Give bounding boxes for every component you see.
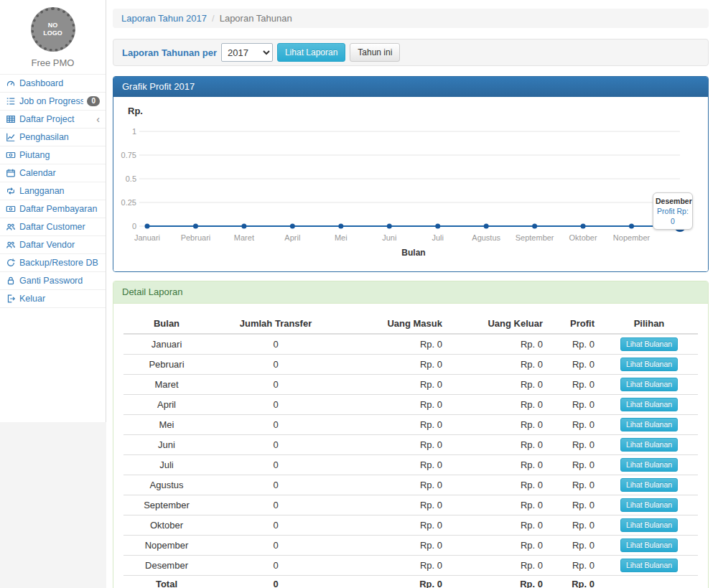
sidebar-item-daftar-customer[interactable]: Daftar Customer [0, 218, 106, 236]
view-monthly-button[interactable]: Lihat Bulanan [620, 398, 678, 411]
this-year-button[interactable]: Tahun ini [350, 43, 400, 62]
cell-masuk: Rp. 0 [342, 556, 448, 576]
profit-line-chart: Rp.10.750.50.250JanuariPebruariMaretApri… [119, 103, 702, 263]
cell-transfer: 0 [210, 475, 342, 495]
sidebar-item-label: Daftar Customer [19, 221, 100, 233]
cell-profit: Rp. 0 [549, 495, 600, 515]
view-monthly-button[interactable]: Lihat Bulanan [620, 438, 678, 452]
view-monthly-button[interactable]: Lihat Bulanan [620, 418, 678, 431]
year-select[interactable]: 2017 [221, 43, 273, 62]
view-monthly-button[interactable]: Lihat Bulanan [620, 458, 678, 472]
logo: NO LOGO Free PMO [0, 7, 106, 74]
sidebar-item-piutang[interactable]: Piutang [0, 146, 106, 164]
table-total-row: Total0Rp. 0Rp. 0Rp. 0 [123, 576, 698, 588]
sidebar-item-penghasilan[interactable]: Penghasilan [0, 129, 106, 146]
total-cell-profit: Rp. 0 [549, 576, 600, 588]
x-axis-title: Bulan [401, 248, 425, 258]
data-point-mei[interactable] [338, 224, 343, 229]
cell-transfer: 0 [210, 495, 342, 515]
cell-month: April [123, 395, 210, 415]
profit-chart-panel: Grafik Profit 2017 Rp.10.750.50.250Janua… [113, 76, 709, 272]
sidebar-item-label: Piutang [19, 149, 100, 161]
table-row: Januari0Rp. 0Rp. 0Rp. 0Lihat Bulanan [123, 334, 698, 355]
data-point-oktober[interactable] [581, 224, 586, 229]
users-icon [6, 240, 16, 250]
y-tick-label: 0.25 [121, 198, 136, 207]
cell-transfer: 0 [210, 435, 342, 455]
column-header-jumlah-transfer: Jumlah Transfer [210, 314, 342, 334]
data-point-september[interactable] [532, 224, 537, 229]
data-point-april[interactable] [290, 224, 295, 229]
cell-keluar: Rp. 0 [448, 415, 549, 435]
detail-panel-body: BulanJumlah TransferUang MasukUang Kelua… [113, 304, 708, 588]
sidebar-item-dashboard[interactable]: Dashboard [0, 75, 106, 93]
cell-keluar: Rp. 0 [448, 355, 549, 375]
view-monthly-button[interactable]: Lihat Bulanan [620, 518, 678, 532]
cell-masuk: Rp. 0 [342, 334, 448, 355]
view-monthly-button[interactable]: Lihat Bulanan [620, 498, 678, 512]
money-icon [6, 150, 16, 160]
sidebar-item-calendar[interactable]: Calendar [0, 164, 106, 182]
cell-profit: Rp. 0 [549, 455, 600, 475]
cell-profit: Rp. 0 [549, 334, 600, 355]
sidebar-item-ganti-password[interactable]: Ganti Password [0, 272, 106, 290]
chevron-left-icon: ‹ [96, 115, 100, 123]
column-header-bulan: Bulan [123, 314, 210, 334]
view-monthly-button[interactable]: Lihat Bulanan [620, 358, 678, 371]
refresh-icon [6, 258, 16, 268]
data-point-januari[interactable] [145, 224, 150, 229]
sidebar-item-daftar-project[interactable]: Daftar Project‹ [0, 111, 106, 129]
users-icon [6, 222, 16, 232]
cell-transfer: 0 [210, 375, 342, 395]
view-monthly-button[interactable]: Lihat Bulanan [620, 478, 678, 492]
sidebar-item-backup-restore-db[interactable]: Backup/Restore DB [0, 254, 106, 272]
table-row: April0Rp. 0Rp. 0Rp. 0Lihat Bulanan [123, 395, 698, 415]
cell-transfer: 0 [210, 515, 342, 536]
cell-action: Lihat Bulanan [600, 556, 698, 576]
main-content: Laporan Tahun 2017 / Laporan Tahunan Lap… [106, 0, 718, 588]
total-cell-masuk: Rp. 0 [342, 576, 448, 588]
sidebar-item-keluar[interactable]: Keluar [0, 290, 106, 308]
data-point-juni[interactable] [387, 224, 392, 229]
total-cell-keluar: Rp. 0 [448, 576, 549, 588]
sidebar-item-daftar-vendor[interactable]: Daftar Vendor [0, 236, 106, 254]
view-monthly-button[interactable]: Lihat Bulanan [620, 538, 678, 552]
cell-action: Lihat Bulanan [600, 334, 698, 355]
view-report-button[interactable]: Lihat Laporan [277, 43, 345, 62]
tooltip-month: Desember [656, 196, 690, 206]
cell-masuk: Rp. 0 [342, 355, 448, 375]
cell-profit: Rp. 0 [549, 375, 600, 395]
cell-action: Lihat Bulanan [600, 475, 698, 495]
column-header-profit: Profit [549, 314, 600, 334]
data-point-nopember[interactable] [629, 224, 634, 229]
sidebar-item-label: Job on Progress [19, 95, 83, 107]
tooltip-value: Profit Rp: 0 [656, 206, 690, 226]
sidebar-item-label: Langganan [19, 185, 100, 197]
view-monthly-button[interactable]: Lihat Bulanan [620, 337, 678, 351]
money-icon [6, 204, 16, 214]
x-tick-label: Agustus [472, 233, 500, 242]
sidebar-item-label: Daftar Project [19, 113, 93, 125]
cell-month: Mei [123, 415, 210, 435]
sidebar-item-daftar-pembayaran[interactable]: Daftar Pembayaran [0, 200, 106, 218]
sign-out-icon [6, 294, 16, 304]
cell-action: Lihat Bulanan [600, 355, 698, 375]
cell-keluar: Rp. 0 [448, 536, 549, 556]
data-point-juli[interactable] [435, 224, 440, 229]
sidebar-item-label: Ganti Password [19, 275, 100, 286]
view-monthly-button[interactable]: Lihat Bulanan [620, 378, 678, 391]
data-point-agustus[interactable] [484, 224, 489, 229]
sidebar-item-langganan[interactable]: Langganan [0, 182, 106, 200]
y-tick-label: 0 [132, 222, 136, 230]
cell-transfer: 0 [210, 334, 342, 355]
column-header-uang-masuk: Uang Masuk [342, 314, 448, 334]
gauge-icon [6, 78, 16, 88]
data-point-maret[interactable] [241, 224, 246, 229]
sidebar-item-job-on-progress[interactable]: Job on Progress0 [0, 93, 106, 111]
app-layout: NO LOGO Free PMO DashboardJob on Progres… [0, 0, 718, 588]
sidebar-item-label: Backup/Restore DB [19, 257, 100, 269]
brand-name: Free PMO [0, 55, 106, 74]
view-monthly-button[interactable]: Lihat Bulanan [620, 559, 678, 572]
breadcrumb-link-laporan-tahun[interactable]: Laporan Tahun 2017 [121, 13, 207, 24]
data-point-pebruari[interactable] [193, 224, 198, 229]
